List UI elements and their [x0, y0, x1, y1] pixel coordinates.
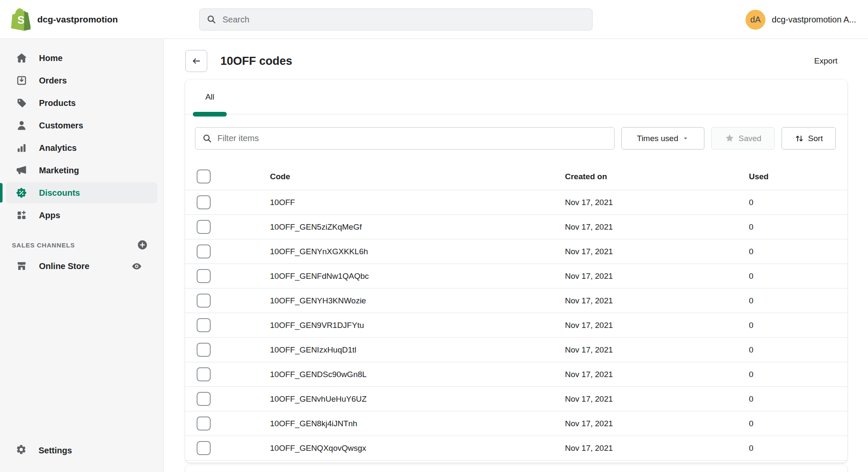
- bar-chart-icon: [16, 142, 27, 154]
- sales-channels-header: SALES CHANNELS: [6, 239, 157, 251]
- active-tab-underline: [193, 112, 227, 117]
- created-on-cell: Nov 17, 2021: [565, 419, 749, 428]
- table-body: 10OFF Nov 17, 2021 0 10OFF_GEN5ziZKqMeGf…: [185, 190, 847, 461]
- table-row[interactable]: 10OFF_GENYH3KNWozie Nov 17, 2021 0: [185, 289, 847, 313]
- code-cell: 10OFF_GENvhUeHuY6UZ: [270, 394, 565, 404]
- sort-button[interactable]: Sort: [782, 127, 836, 150]
- row-checkbox[interactable]: [197, 441, 211, 455]
- used-cell: 0: [749, 419, 847, 428]
- filter-items-field[interactable]: [195, 127, 615, 150]
- codes-card: All Times used Saved Sort: [185, 80, 847, 463]
- sidebar-item-label: Home: [39, 53, 63, 63]
- sidebar-item-home[interactable]: Home: [6, 47, 157, 69]
- megaphone-icon: [16, 165, 27, 176]
- created-on-cell: Nov 17, 2021: [565, 321, 749, 330]
- table-row[interactable]: 10OFF_GENIzxHuqD1tl Nov 17, 2021 0: [185, 338, 847, 362]
- sidebar-item-online-store[interactable]: Online Store: [6, 255, 157, 277]
- used-cell: 0: [749, 394, 847, 404]
- code-cell: 10OFF_GEN5ziZKqMeGf: [270, 222, 565, 232]
- filter-items-input[interactable]: [217, 133, 607, 143]
- next-card-edge: [185, 465, 847, 472]
- code-cell: 10OFF_GEN8kj4iJNTnh: [270, 419, 565, 428]
- sidebar-item-products[interactable]: Products: [6, 92, 157, 114]
- sidebar-item-orders[interactable]: Orders: [6, 70, 157, 91]
- used-cell: 0: [749, 370, 847, 379]
- sidebar-item-label: Analytics: [39, 143, 77, 153]
- arrow-left-icon: [191, 56, 201, 66]
- row-checkbox[interactable]: [197, 318, 211, 332]
- code-cell: 10OFF: [270, 198, 565, 207]
- discount-badge-icon: [16, 187, 27, 199]
- table-row[interactable]: 10OFF_GEN9VR1DJFYtu Nov 17, 2021 0: [185, 313, 847, 338]
- search-input[interactable]: [223, 15, 585, 25]
- used-cell: 0: [749, 321, 847, 330]
- table-header: Code Created on Used: [185, 163, 847, 190]
- sidebar-item-label: Discounts: [39, 188, 80, 198]
- table-row[interactable]: 10OFF_GENFdNw1QAQbc Nov 17, 2021 0: [185, 264, 847, 289]
- star-icon: [725, 133, 734, 143]
- created-on-cell: Nov 17, 2021: [565, 394, 749, 404]
- used-cell: 0: [749, 198, 847, 207]
- row-checkbox[interactable]: [197, 416, 211, 430]
- table-row[interactable]: 10OFF_GENDSc90wGn8L Nov 17, 2021 0: [185, 362, 847, 387]
- sidebar-item-label: Online Store: [39, 261, 89, 271]
- created-on-cell: Nov 17, 2021: [565, 272, 749, 281]
- select-all-checkbox[interactable]: [197, 169, 211, 183]
- sidebar-item-marketing[interactable]: Marketing: [6, 160, 157, 181]
- row-checkbox[interactable]: [197, 269, 211, 283]
- row-checkbox[interactable]: [197, 195, 211, 209]
- code-cell: 10OFF_GENFdNw1QAQbc: [270, 272, 565, 281]
- svg-text:S: S: [17, 14, 25, 26]
- page-header: 10OFF codes Export: [185, 50, 837, 72]
- table-row[interactable]: 10OFF Nov 17, 2021 0: [185, 190, 847, 215]
- back-button[interactable]: [185, 50, 207, 72]
- table-row[interactable]: 10OFF_GENvhUeHuY6UZ Nov 17, 2021 0: [185, 387, 847, 411]
- shopify-logo-icon[interactable]: S: [11, 8, 31, 31]
- person-icon: [16, 120, 27, 131]
- row-checkbox[interactable]: [197, 244, 211, 258]
- sort-arrows-icon: [795, 134, 804, 143]
- avatar[interactable]: dA: [746, 10, 765, 30]
- row-checkbox[interactable]: [197, 367, 211, 381]
- tab-all[interactable]: All: [193, 80, 227, 114]
- table-row[interactable]: 10OFF_GENYnXGXKKL6h Nov 17, 2021 0: [185, 239, 847, 264]
- column-header-created-on: Created on: [565, 172, 749, 181]
- used-cell: 0: [749, 222, 847, 232]
- sidebar-item-apps[interactable]: Apps: [6, 205, 157, 226]
- page-title: 10OFF codes: [220, 55, 292, 68]
- export-button[interactable]: Export: [814, 56, 837, 66]
- home-icon: [16, 53, 27, 64]
- sidebar-item-customers[interactable]: Customers: [6, 115, 157, 136]
- created-on-cell: Nov 17, 2021: [565, 296, 749, 305]
- active-indicator: [0, 183, 3, 203]
- row-checkbox[interactable]: [197, 343, 211, 357]
- table-row[interactable]: 10OFF_GEN5ziZKqMeGf Nov 17, 2021 0: [185, 215, 847, 239]
- plus-circle-icon: [137, 239, 148, 250]
- sidebar-item-settings[interactable]: Settings: [6, 440, 157, 461]
- user-menu[interactable]: dA dcg-vastpromotion A...: [746, 0, 856, 39]
- table-row[interactable]: 10OFF_GEN8kj4iJNTnh Nov 17, 2021 0: [185, 411, 847, 436]
- sidebar-item-label: Apps: [39, 211, 60, 220]
- saved-label: Saved: [739, 134, 762, 143]
- add-channel-button[interactable]: [135, 238, 150, 252]
- chevron-down-icon: [682, 135, 689, 142]
- times-used-dropdown[interactable]: Times used: [621, 127, 704, 150]
- code-cell: 10OFF_GENIzxHuqD1tl: [270, 345, 565, 355]
- created-on-cell: Nov 17, 2021: [565, 370, 749, 379]
- table-row[interactable]: 10OFF_GENQXqovQwsgx Nov 17, 2021 0: [185, 436, 847, 461]
- sidebar-item-analytics[interactable]: Analytics: [6, 137, 157, 158]
- gear-icon: [16, 444, 27, 457]
- row-checkbox[interactable]: [197, 392, 211, 406]
- row-checkbox[interactable]: [197, 220, 211, 234]
- row-checkbox[interactable]: [197, 294, 211, 308]
- saved-button[interactable]: Saved: [711, 127, 775, 150]
- view-store-button[interactable]: [129, 259, 144, 273]
- filter-bar: Times used Saved Sort: [185, 114, 847, 163]
- sort-label: Sort: [808, 134, 823, 143]
- tag-icon: [16, 97, 27, 109]
- sidebar-nav: Home Orders Products Customers Analytics: [0, 47, 163, 278]
- used-cell: 0: [749, 247, 847, 256]
- code-cell: 10OFF_GENDSc90wGn8L: [270, 370, 565, 379]
- global-search[interactable]: [199, 8, 593, 31]
- sidebar-item-discounts[interactable]: Discounts: [6, 182, 157, 203]
